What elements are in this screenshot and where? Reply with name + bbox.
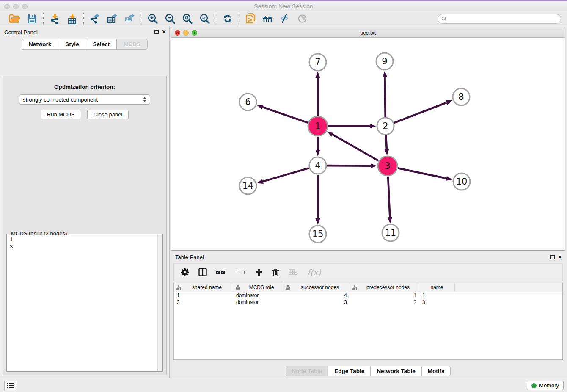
cell-successor-nodes[interactable]: 3 (283, 299, 350, 306)
function-builder-icon: f(x) (307, 268, 321, 277)
table-toolbar: f(x) (173, 263, 563, 281)
zoom-out-icon[interactable] (164, 13, 176, 25)
import-table-icon[interactable] (66, 13, 78, 25)
cell-predecessor-nodes[interactable]: 1 (350, 292, 419, 299)
control-tab-select[interactable]: Select (86, 39, 117, 50)
refresh-icon[interactable] (222, 13, 233, 25)
cell-successor-nodes[interactable]: 4 (283, 292, 350, 299)
list-icon (7, 383, 14, 389)
edge-arrow-4-14 (257, 179, 264, 184)
mcds-result-text[interactable]: 1 3 (7, 235, 157, 371)
float-table-panel-icon[interactable] (550, 255, 555, 259)
control-tab-mcds[interactable]: MCDS (116, 39, 148, 50)
column-header-predecessor-nodes[interactable]: predecessor nodes (350, 283, 419, 292)
float-panel-icon[interactable] (154, 30, 159, 34)
edge-2-9[interactable] (385, 77, 385, 117)
column-header-label: shared name (184, 284, 230, 290)
table-tab-edge-table[interactable]: Edge Table (328, 366, 370, 376)
search-box[interactable] (438, 14, 561, 24)
table-bottom-strip (173, 360, 563, 364)
table-tab-network-table[interactable]: Network Table (370, 366, 421, 376)
edge-4-3[interactable] (327, 166, 371, 166)
zoom-selected-icon[interactable] (199, 13, 210, 25)
graph-node-label-1: 1 (315, 121, 320, 131)
criterion-select[interactable]: strongly connected component (19, 94, 150, 105)
delete-column-icon[interactable] (272, 268, 279, 276)
edge-4-14[interactable] (263, 168, 309, 182)
edge-arrow-2-3 (384, 149, 389, 155)
control-tab-style[interactable]: Style (58, 39, 85, 50)
edge-3-1[interactable] (333, 135, 379, 161)
hide-icon[interactable] (279, 13, 291, 25)
run-mcds-button[interactable]: Run MCDS (41, 110, 81, 119)
cell-predecessor-nodes[interactable]: 2 (350, 299, 419, 306)
control-tab-network[interactable]: Network (22, 39, 58, 50)
task-history-button[interactable] (4, 381, 17, 390)
cell-shared-name[interactable]: 1 (174, 292, 233, 299)
show-icon[interactable] (297, 13, 308, 25)
save-session-icon[interactable] (26, 13, 38, 25)
new-network-from-selection-icon[interactable] (245, 13, 256, 25)
window-titlebar: Session: New Session (0, 1, 567, 11)
edge-arrow-4-3 (371, 163, 377, 168)
table-tab-motifs[interactable]: Motifs (421, 366, 451, 376)
deselect-all-columns-icon[interactable] (236, 271, 246, 274)
table-row-1[interactable]: 1dominator411 (174, 292, 562, 299)
table-row-2[interactable]: 3dominator323 (174, 299, 562, 306)
close-panel-button[interactable]: Close panel (87, 110, 129, 119)
home-icon[interactable] (262, 13, 273, 25)
edge-arrow-3-1 (327, 131, 334, 136)
cell-name[interactable]: 1 (419, 292, 455, 299)
cell-name[interactable]: 3 (419, 299, 455, 306)
zoom-fit-icon[interactable] (182, 13, 193, 25)
edge-3-10[interactable] (398, 168, 446, 178)
memory-button[interactable]: Memory (527, 381, 564, 390)
delete-table-icon (289, 269, 298, 276)
edge-3-11[interactable] (388, 177, 390, 217)
network-window-title: scc.txt (171, 28, 565, 38)
table-tab-node-table[interactable]: Node Table (286, 366, 328, 376)
edge-2-8[interactable] (394, 102, 447, 123)
edge-arrow-1-2 (370, 124, 376, 128)
close-table-panel-icon[interactable]: × (558, 255, 562, 259)
column-header-successor-nodes[interactable]: successor nodes (283, 283, 350, 292)
import-network-icon[interactable] (49, 13, 61, 25)
open-session-icon[interactable] (9, 13, 20, 25)
memory-label: Memory (539, 382, 559, 389)
network-canvas[interactable]: 1234678910111415 (171, 38, 565, 250)
edge-2-3[interactable] (386, 135, 387, 149)
export-image-icon[interactable] (124, 13, 135, 25)
close-panel-icon[interactable]: × (162, 30, 166, 34)
network-graph[interactable]: 1234678910111415 (171, 38, 565, 250)
table-settings-gear-icon[interactable] (181, 268, 189, 276)
node-table[interactable]: shared nameMCDS rolesuccessor nodesprede… (173, 283, 563, 360)
application-window: Session: New Session (0, 0, 567, 392)
select-all-columns-icon[interactable] (216, 271, 226, 274)
table-panel-title: Table Panel (175, 254, 204, 260)
edge-1-6[interactable] (263, 107, 308, 123)
search-input[interactable] (447, 16, 557, 22)
optimization-criterion-label: Optimization criterion: (3, 84, 166, 90)
search-icon (441, 16, 447, 22)
cell-shared-name[interactable]: 3 (174, 299, 233, 306)
column-header-label: MCDS role (243, 284, 280, 290)
export-network-icon[interactable] (89, 13, 101, 25)
zoom-in-icon[interactable] (147, 13, 158, 25)
column-header-name[interactable]: name (419, 283, 455, 292)
edge-arrow-4-15 (315, 218, 320, 225)
cell-MCDS-role[interactable]: dominator (233, 299, 283, 306)
column-header-shared-name[interactable]: shared name (174, 283, 233, 292)
cell-MCDS-role[interactable]: dominator (233, 292, 283, 299)
graph-node-label-11: 11 (385, 228, 396, 238)
result-scrollbar[interactable] (157, 235, 162, 371)
window-title: Session: New Session (0, 3, 567, 10)
export-table-icon[interactable] (107, 13, 118, 25)
add-column-icon[interactable] (255, 268, 263, 276)
column-header-label: predecessor nodes (360, 284, 416, 290)
network-window-titlebar[interactable]: ✕ − + scc.txt (171, 28, 565, 38)
edge-arrow-3-10 (446, 176, 453, 181)
toggle-column-pane-icon[interactable] (198, 268, 207, 276)
hierarchy-icon (176, 285, 181, 290)
column-header-MCDS-role[interactable]: MCDS role (233, 283, 283, 292)
hierarchy-icon (286, 285, 290, 290)
